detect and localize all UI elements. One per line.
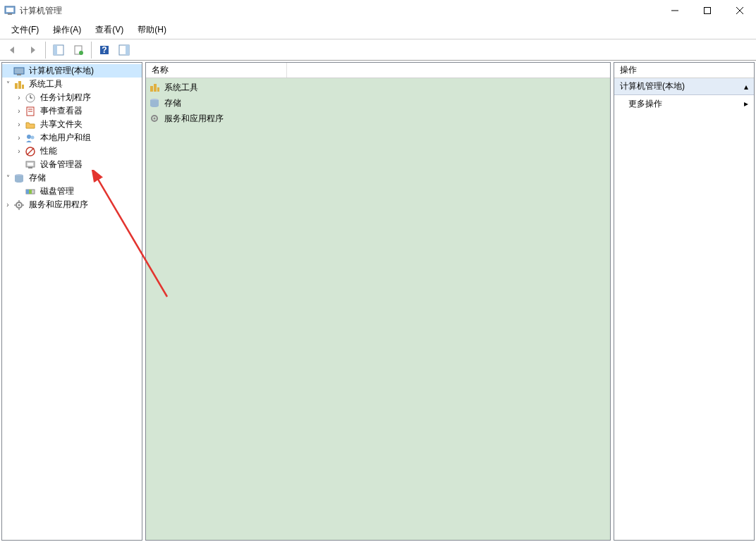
svg-rect-14 <box>126 45 129 55</box>
svg-rect-15 <box>14 68 24 74</box>
actions-group-title[interactable]: 计算机管理(本地) ▴ <box>614 78 754 95</box>
svg-rect-36 <box>29 190 32 194</box>
svg-rect-45 <box>157 87 159 92</box>
svg-rect-16 <box>17 74 21 75</box>
expander-icon[interactable]: › <box>13 92 25 104</box>
menu-bar: 文件(F) 操作(A) 查看(V) 帮助(H) <box>0 21 756 39</box>
close-button[interactable] <box>724 0 756 21</box>
menu-view[interactable]: 查看(V) <box>88 21 130 39</box>
tree-label: 计算机管理(本地) <box>28 65 95 77</box>
svg-rect-43 <box>150 86 153 92</box>
expander-icon[interactable]: › <box>13 106 25 117</box>
system-tools-icon <box>13 79 25 90</box>
actions-group-label: 计算机管理(本地) <box>620 80 685 92</box>
tree-storage[interactable]: ˅ 存储 <box>2 171 142 185</box>
list-item-services[interactable]: 服务和应用程序 <box>146 111 610 126</box>
tree-disk-management[interactable]: › 磁盘管理 <box>2 185 142 198</box>
tree-label: 任务计划程序 <box>39 92 92 104</box>
show-hide-action-pane-button[interactable] <box>116 42 133 58</box>
svg-point-10 <box>79 51 83 55</box>
minimize-button[interactable] <box>659 0 691 21</box>
list-item-label: 系统工具 <box>164 82 198 94</box>
system-tools-icon <box>149 82 160 93</box>
window-title: 计算机管理 <box>20 5 659 17</box>
tree-label: 共享文件夹 <box>39 118 84 130</box>
window-buttons <box>659 0 756 21</box>
svg-rect-31 <box>28 163 33 166</box>
tree-system-tools[interactable]: ˅ 系统工具 <box>2 78 142 91</box>
tree-label: 性能 <box>39 145 59 157</box>
list-header: 名称 <box>146 63 610 78</box>
tree-performance[interactable]: › 性能 <box>2 144 142 158</box>
svg-point-48 <box>154 118 156 120</box>
tree-shared-folders[interactable]: › 共享文件夹 <box>2 118 142 131</box>
list-body[interactable]: 系统工具 存储 服务和应用程序 <box>146 78 610 540</box>
expander-icon[interactable]: › <box>13 119 25 130</box>
tree-label: 存储 <box>28 172 47 184</box>
tree-local-users-groups[interactable]: › 本地用户和组 <box>2 131 142 144</box>
actions-pane: 操作 计算机管理(本地) ▴ 更多操作 ▸ <box>614 62 755 541</box>
list-item-system-tools[interactable]: 系统工具 <box>146 80 610 95</box>
chevron-right-icon: ▸ <box>744 99 748 109</box>
tree-label: 设备管理器 <box>39 159 84 171</box>
menu-action[interactable]: 操作(A) <box>46 21 88 39</box>
show-hide-tree-button[interactable] <box>50 42 67 58</box>
svg-rect-2 <box>8 13 12 15</box>
tree-task-scheduler[interactable]: › 任务计划程序 <box>2 91 142 104</box>
device-manager-icon <box>25 159 36 171</box>
toolbar-separator <box>91 42 92 58</box>
menu-help[interactable]: 帮助(H) <box>130 21 173 39</box>
toolbar: ? <box>0 39 756 61</box>
list-item-storage[interactable]: 存储 <box>146 95 610 111</box>
window-titlebar: 计算机管理 <box>0 0 756 21</box>
menu-file[interactable]: 文件(F) <box>4 21 46 39</box>
tree-label: 服务和应用程序 <box>28 199 90 211</box>
help-button[interactable]: ? <box>96 42 113 58</box>
collapse-icon: ▴ <box>744 82 748 92</box>
expander-icon[interactable]: › <box>13 133 25 144</box>
tree-label: 本地用户和组 <box>39 132 92 144</box>
expander-icon[interactable]: › <box>13 146 25 157</box>
column-header-name[interactable]: 名称 <box>146 63 287 78</box>
tree-label: 磁盘管理 <box>39 185 75 197</box>
actions-more-label: 更多操作 <box>628 98 662 110</box>
maximize-button[interactable] <box>691 0 724 21</box>
expander-icon[interactable]: › <box>2 199 13 211</box>
storage-icon <box>149 97 160 109</box>
svg-point-27 <box>31 135 35 139</box>
expander-icon[interactable]: ˅ <box>2 79 13 90</box>
properties-button[interactable] <box>70 42 87 58</box>
navigation-tree-pane: ▾ 计算机管理(本地) ˅ 系统工具 <box>1 62 142 541</box>
tree-services-applications[interactable]: › 服务和应用程序 <box>2 198 142 211</box>
clock-icon <box>25 92 36 104</box>
svg-rect-17 <box>15 83 18 89</box>
expander-icon[interactable]: ˅ <box>2 173 13 184</box>
svg-rect-44 <box>154 84 157 92</box>
svg-rect-4 <box>705 8 711 14</box>
tree-root-computer-management[interactable]: ▾ 计算机管理(本地) <box>2 64 142 78</box>
storage-icon <box>13 173 25 184</box>
svg-rect-8 <box>54 45 57 55</box>
navigation-tree[interactable]: ▾ 计算机管理(本地) ˅ 系统工具 <box>2 63 142 213</box>
svg-rect-18 <box>18 81 21 89</box>
actions-pane-header: 操作 <box>614 63 754 78</box>
back-button[interactable] <box>4 42 21 58</box>
list-item-label: 服务和应用程序 <box>164 113 224 125</box>
tree-event-viewer[interactable]: › 事件查看器 <box>2 104 142 118</box>
svg-point-26 <box>27 135 31 139</box>
tree-label: 事件查看器 <box>39 105 84 117</box>
actions-more[interactable]: 更多操作 ▸ <box>614 95 754 112</box>
event-viewer-icon <box>25 106 36 117</box>
disk-management-icon <box>25 186 36 197</box>
tree-device-manager[interactable]: › 设备管理器 <box>2 158 142 171</box>
content-pane: 名称 系统工具 存储 服务和应用程序 <box>145 62 611 541</box>
svg-rect-35 <box>26 190 29 194</box>
services-icon <box>149 113 160 124</box>
performance-icon <box>25 146 36 157</box>
app-icon <box>4 5 16 16</box>
svg-point-38 <box>18 204 20 206</box>
services-icon <box>13 199 25 211</box>
forward-button[interactable] <box>24 42 41 58</box>
tree-label: 系统工具 <box>28 78 64 90</box>
svg-line-29 <box>27 148 34 155</box>
